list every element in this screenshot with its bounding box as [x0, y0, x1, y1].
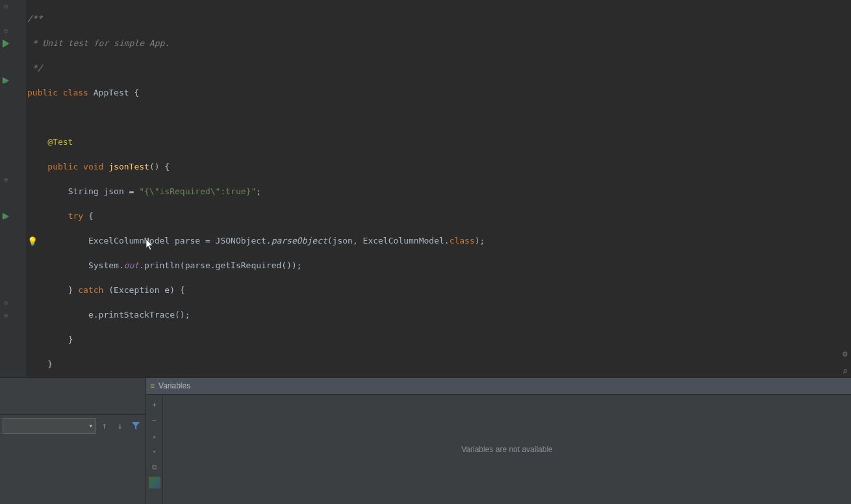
thread-dropdown[interactable]: ▾: [3, 418, 96, 434]
remove-watch-button[interactable]: −: [149, 414, 160, 426]
comment: /**: [27, 14, 42, 23]
gutter: ⊖ ⊖ ⊖ ⊖ ⊖ ⊖ 💡 ⊖ ⊖: [0, 0, 26, 377]
frames-toolbar: ▾ ↑ ↓: [0, 414, 146, 436]
keyword: class: [450, 236, 475, 246]
brace: }: [68, 285, 79, 295]
fold-icon[interactable]: ⊖: [1, 298, 10, 307]
move-up-button[interactable]: ▴: [149, 430, 160, 442]
fold-icon[interactable]: ⊖: [1, 310, 10, 320]
brace: }: [68, 334, 73, 344]
code-editor[interactable]: /** * Unit test for simple App. */ publi…: [26, 0, 851, 377]
code-text: (json, ExcelColumnModel.: [327, 236, 450, 246]
variables-icon: ≡: [150, 380, 155, 392]
duplicate-button[interactable]: ⧉: [149, 461, 160, 473]
variables-empty-message: Variables are not available: [163, 395, 851, 504]
fold-icon[interactable]: ⊖: [1, 1, 10, 10]
settings-icon[interactable]: ⚙: [843, 347, 848, 360]
variables-panel: ≡ Variables + − ▴ ▾ ⧉ Variables are not …: [146, 378, 851, 504]
code-text: () {: [149, 162, 170, 171]
intention-bulb-icon[interactable]: 💡: [27, 235, 38, 247]
brace: {: [83, 211, 94, 221]
debug-panel: ▾ ↑ ↓ ≡ Variables + − ▴ ▾ ⧉ Variables ar…: [0, 377, 851, 504]
method-name: jsonTest: [108, 162, 149, 171]
move-down-button[interactable]: ▾: [149, 446, 160, 457]
next-frame-button[interactable]: ↓: [113, 419, 127, 433]
variables-tab-label: Variables: [159, 380, 190, 392]
frames-panel: ▾ ↑ ↓: [0, 378, 146, 504]
keyword: catch: [78, 285, 103, 295]
variables-tab-header[interactable]: ≡ Variables: [146, 378, 851, 395]
fold-icon[interactable]: ⊖: [1, 39, 10, 48]
code-text: ExcelColumnModel parse = JSONObject.: [88, 236, 272, 246]
code-text: System.: [88, 260, 124, 270]
editor-area[interactable]: ⊖ ⊖ ⊖ ⊖ ⊖ ⊖ 💡 ⊖ ⊖ /** * Unit test for si…: [0, 0, 851, 377]
keyword: public: [27, 88, 58, 97]
keyword: class: [63, 88, 88, 97]
static-method: parseObject: [272, 236, 327, 246]
add-watch-button[interactable]: +: [149, 399, 160, 410]
code-text: );: [475, 236, 485, 246]
brace: }: [47, 359, 53, 369]
fold-icon[interactable]: ⊖: [1, 212, 10, 221]
show-watches-button[interactable]: [149, 477, 160, 488]
chevron-down-icon: ▾: [88, 420, 93, 432]
comment: */: [27, 63, 42, 73]
code-text: String json =: [68, 186, 140, 196]
keyword: void: [83, 162, 103, 171]
static-field: out: [124, 260, 139, 270]
string-literal: "{\"isRequired\":true}": [139, 186, 256, 196]
fold-icon[interactable]: ⊖: [1, 76, 10, 85]
search-icon[interactable]: ⌕: [843, 365, 848, 377]
annotation: @Test: [47, 137, 73, 147]
code-text: ;: [256, 186, 261, 196]
code-text: (Exception e) {: [103, 285, 184, 295]
variables-side-toolbar: + − ▴ ▾ ⧉: [146, 395, 163, 504]
code-text: .println(parse.getIsRequired());: [139, 260, 301, 270]
keyword: public: [47, 162, 78, 171]
brace: {: [129, 88, 140, 97]
fold-icon[interactable]: ⊖: [1, 175, 10, 184]
class-name: AppTest: [94, 88, 129, 97]
keyword: try: [68, 211, 83, 221]
comment: * Unit test for simple App.: [27, 38, 170, 48]
fold-icon[interactable]: ⊖: [1, 26, 10, 35]
code-text: e.printStackTrace();: [88, 310, 190, 320]
prev-frame-button[interactable]: ↑: [97, 419, 112, 433]
filter-frames-button[interactable]: [129, 419, 143, 433]
